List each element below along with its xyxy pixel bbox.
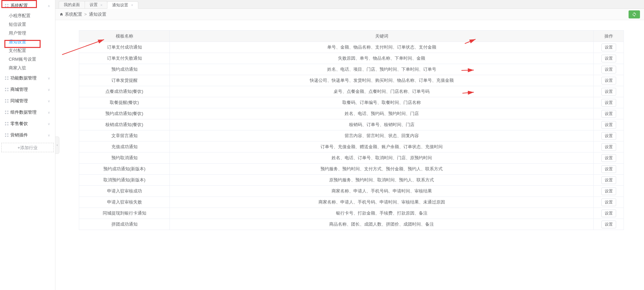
sidebar-group-header[interactable]: 营销插件∨ [0,129,55,141]
cell-keywords: 核销码、订单号、核销时间、门店 [170,119,594,130]
setting-button[interactable]: 设置 [601,221,616,228]
cell-template-name: 文章留言通知 [79,130,170,141]
svg-rect-10 [5,90,6,91]
sidebar-subitem[interactable]: CRM账号设置 [0,55,55,64]
svg-rect-14 [5,102,6,103]
sidebar-collapse-handle[interactable]: ‹ [55,136,59,154]
table-body: 订单支付成功通知单号、金额、物品名称、支付时间、订单状态、支付金额设置订单支付失… [79,42,624,230]
table-row: 同城提现到银行卡通知银行卡号、打款金额、手续费、打款原因、备注设置 [79,208,624,219]
sidebar-group-header[interactable]: 商城管理∨ [0,84,55,95]
cell-action: 设置 [594,53,624,64]
breadcrumb-item[interactable]: 系统配置 [65,11,82,17]
cell-template-name: 订单支付失败通知 [79,53,170,64]
content-area: 模板名称 关键词 操作 订单支付成功通知单号、金额、物品名称、支付时间、订单状态… [55,20,644,290]
sidebar-subitem[interactable]: 商家入驻 [0,64,55,72]
svg-rect-6 [5,79,6,80]
sidebar: 系统配置∧小程序配置短信设置用户管理通知设置支付配置CRM账号设置商家入驻功能数… [0,0,55,290]
cell-action: 设置 [594,108,624,119]
setting-button[interactable]: 设置 [601,88,616,96]
cell-keywords: 桌号、点餐金额、点餐时间、门店名称、订单号码 [170,86,594,97]
tab[interactable]: 设置× [85,1,107,8]
sidebar-subitem[interactable]: 小程序配置 [0,11,55,20]
svg-rect-4 [5,76,6,77]
cell-template-name: 取消预约通知(新版本) [79,175,170,186]
close-icon[interactable]: × [100,3,102,7]
chevron-icon: ∧ [48,4,50,8]
close-icon[interactable]: × [131,3,133,7]
breadcrumb-item: 通知设置 [89,11,106,17]
cell-template-name: 订单支付成功通知 [79,42,170,53]
chevron-left-icon: ‹ [57,143,58,147]
table-row: 申请入驻审核成功商家名称、申请人、手机号码、申请时间、审核结果设置 [79,186,624,197]
setting-button[interactable]: 设置 [601,154,616,162]
chevron-icon: ∨ [48,76,50,80]
cell-keywords: 订单号、充值金额、赠送金额、账户余额、订单状态、充值时间 [170,141,594,153]
sidebar-subitem[interactable]: 支付配置 [0,46,55,55]
sidebar-group-header[interactable]: 同城管理∨ [0,95,55,107]
tab-label: 我的桌面 [64,2,80,8]
table-row: 拼团成功通知商品名称、团长、成团人数、拼团价、成团时间、备注设置 [79,219,624,230]
setting-button[interactable]: 设置 [601,110,616,118]
tab[interactable]: 我的桌面 [59,1,85,8]
setting-button[interactable]: 设置 [601,165,616,173]
svg-rect-2 [5,6,6,7]
svg-rect-25 [7,133,8,134]
cell-template-name: 申请入驻审核成功 [79,186,170,197]
svg-rect-16 [5,111,6,112]
cell-keywords: 姓名、电话、订单号、取消时间、门店、原预约时间 [170,153,594,164]
add-industry-button[interactable]: +添加行业 [1,143,54,152]
svg-rect-11 [7,90,8,91]
setting-button[interactable]: 设置 [601,99,616,107]
cell-action: 设置 [594,130,624,141]
setting-button[interactable]: 设置 [601,198,616,206]
setting-button[interactable]: 设置 [601,176,616,184]
svg-rect-7 [7,79,8,80]
grid-icon [5,111,8,114]
grid-icon [5,133,8,137]
cell-action: 设置 [594,164,624,175]
cell-keywords: 取餐码、订单编号、取餐时间、门店名称 [170,97,594,108]
cell-action: 设置 [594,42,624,53]
col-header-name: 模板名称 [79,31,170,42]
setting-button[interactable]: 设置 [601,66,616,73]
svg-rect-1 [7,4,8,5]
setting-button[interactable]: 设置 [601,210,616,217]
svg-rect-13 [7,99,8,100]
chevron-icon: ∨ [48,99,50,103]
sidebar-subitem[interactable]: 用户管理 [0,29,55,38]
cell-template-name: 预约成功通知(新版本) [79,164,170,175]
svg-rect-21 [7,122,8,123]
cell-keywords: 商家名称、申请人、手机号码、申请时间、审核结果 [170,186,594,197]
sidebar-subitem[interactable]: 短信设置 [0,20,55,29]
cell-template-name: 取餐提醒(餐饮) [79,97,170,108]
chevron-icon: ∨ [48,88,50,92]
sidebar-subitem[interactable]: 通知设置 [0,38,55,46]
setting-button[interactable]: 设置 [601,143,616,151]
setting-button[interactable]: 设置 [601,55,616,62]
svg-rect-3 [7,6,8,7]
sidebar-group-header[interactable]: 系统配置∧ [0,0,55,11]
sidebar-group-header[interactable]: 功能数据管理∨ [0,72,55,84]
svg-rect-18 [5,113,6,114]
cell-action: 设置 [594,153,624,164]
svg-rect-0 [5,4,6,5]
sidebar-group-label: 营销插件 [10,132,28,138]
cell-action: 设置 [594,97,624,108]
setting-button[interactable]: 设置 [601,121,616,129]
setting-button[interactable]: 设置 [601,77,616,84]
svg-rect-20 [5,122,6,123]
table-row: 取消预约通知(新版本)原预约服务、预约时间、取消时间、预约人、联系方式设置 [79,175,624,186]
setting-button[interactable]: 设置 [601,187,616,195]
setting-button[interactable]: 设置 [601,132,616,140]
sidebar-group-header[interactable]: 组件数据管理∨ [0,107,55,118]
table-row: 预约成功通知姓名、电话、项目、门店、预约时间、下单时间、订单号设置 [79,64,624,75]
cell-keywords: 失败原因、单号、物品名称、下单时间、金额 [170,53,594,64]
tab[interactable]: 通知设置× [107,1,138,9]
sidebar-group-header[interactable]: 零售餐饮∨ [0,118,55,129]
table-row: 核销成功通知(餐饮)核销码、订单号、核销时间、门店设置 [79,119,624,130]
setting-button[interactable]: 设置 [601,44,616,51]
refresh-button[interactable] [629,10,640,18]
home-icon [59,12,63,16]
breadcrumb-separator: > [84,12,87,17]
sidebar-group-label: 同城管理 [10,98,28,104]
